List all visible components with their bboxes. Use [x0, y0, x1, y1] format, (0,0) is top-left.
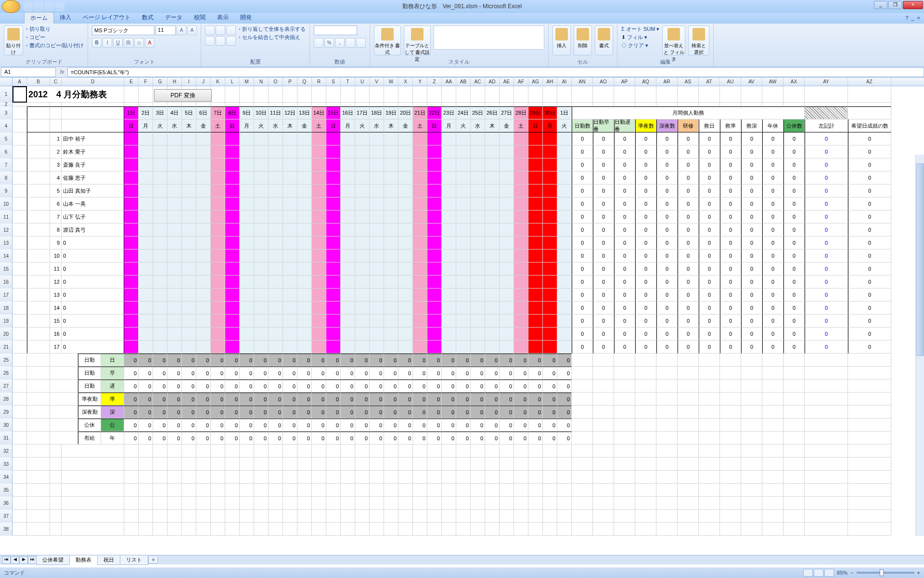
cell[interactable] [225, 197, 240, 210]
cell[interactable] [805, 484, 848, 497]
cell[interactable] [720, 510, 741, 523]
cell[interactable] [355, 497, 370, 510]
cell[interactable] [762, 86, 783, 103]
font-color-button[interactable]: A [145, 38, 154, 48]
merge-center-button[interactable]: セルを結合して中央揃え [239, 34, 306, 41]
cell[interactable] [635, 510, 656, 523]
cell[interactable] [442, 171, 456, 184]
cell[interactable] [370, 184, 384, 197]
cell[interactable] [442, 103, 456, 106]
cell[interactable] [283, 341, 297, 354]
cell[interactable] [62, 106, 124, 119]
cell[interactable] [514, 158, 528, 171]
cell[interactable] [572, 393, 593, 406]
cell[interactable] [384, 158, 398, 171]
undo-icon[interactable] [34, 2, 43, 12]
cell[interactable]: 0 [699, 250, 720, 263]
cell[interactable] [456, 497, 471, 510]
cell[interactable]: 0 [62, 250, 124, 263]
cell[interactable]: 7 [50, 210, 62, 223]
cell[interactable] [297, 484, 312, 497]
cell[interactable] [153, 132, 167, 145]
cell[interactable] [572, 380, 593, 393]
cell[interactable]: 0 [720, 223, 741, 236]
cell[interactable] [312, 276, 326, 289]
cell[interactable] [254, 276, 269, 289]
cell[interactable]: 0 [762, 132, 783, 145]
cell[interactable]: 0 [805, 263, 848, 276]
cell[interactable]: 0 [254, 354, 269, 367]
cell[interactable] [593, 445, 614, 458]
cell[interactable] [124, 510, 139, 523]
cell[interactable]: 0 [614, 250, 635, 263]
cell[interactable]: 0 [528, 419, 543, 432]
cell[interactable] [341, 458, 355, 471]
cell[interactable]: 0 [783, 236, 805, 250]
cell[interactable] [167, 302, 182, 315]
cell[interactable] [699, 484, 720, 497]
cell[interactable] [254, 145, 269, 158]
cell[interactable] [656, 419, 678, 432]
cell[interactable] [456, 171, 471, 184]
ribbon-tab[interactable]: ページ レイアウト [77, 12, 136, 24]
cell[interactable] [413, 86, 427, 103]
cell[interactable] [167, 223, 182, 236]
cell[interactable]: 0 [741, 263, 762, 276]
help-icon[interactable]: ? [905, 15, 908, 21]
cell[interactable]: 0 [413, 432, 427, 445]
cell[interactable]: 0 [699, 158, 720, 171]
cell[interactable] [124, 103, 139, 106]
cell[interactable] [182, 171, 196, 184]
cell[interactable] [27, 302, 50, 315]
cell[interactable]: 0 [593, 236, 614, 250]
cell[interactable]: 15日 [326, 106, 341, 119]
cell[interactable] [500, 171, 514, 184]
cell[interactable] [762, 380, 783, 393]
cell[interactable] [196, 289, 211, 302]
page-layout-view-icon[interactable] [814, 569, 823, 577]
cell[interactable] [398, 315, 413, 328]
cell[interactable]: 0 [427, 432, 442, 445]
cell[interactable] [485, 184, 500, 197]
cell[interactable] [762, 432, 783, 445]
cell[interactable]: 0 [783, 210, 805, 223]
cell[interactable]: 0 [720, 289, 741, 302]
cell[interactable]: 0 [370, 406, 384, 419]
cell[interactable]: 0 [225, 432, 240, 445]
cell[interactable] [139, 302, 153, 315]
cell[interactable] [326, 184, 341, 197]
cell[interactable] [741, 471, 762, 484]
cell[interactable] [167, 158, 182, 171]
cell[interactable]: 0 [741, 236, 762, 250]
cell[interactable] [471, 497, 485, 510]
cell[interactable]: 0 [848, 315, 891, 328]
cell[interactable]: 0 [614, 315, 635, 328]
cell[interactable]: 0 [139, 393, 153, 406]
cell[interactable]: 0 [297, 393, 312, 406]
cell[interactable] [254, 328, 269, 341]
cell[interactable] [370, 276, 384, 289]
cell[interactable] [182, 328, 196, 341]
cell[interactable] [471, 197, 485, 210]
cell[interactable] [370, 158, 384, 171]
cell[interactable] [240, 250, 254, 263]
cell[interactable]: 0 [656, 171, 678, 184]
cell[interactable] [384, 302, 398, 315]
cell[interactable] [557, 210, 572, 223]
cell[interactable] [471, 341, 485, 354]
cell[interactable] [413, 145, 427, 158]
cell[interactable] [355, 484, 370, 497]
cell[interactable] [240, 523, 254, 536]
cell[interactable] [783, 393, 805, 406]
cell[interactable] [370, 471, 384, 484]
cell[interactable] [27, 263, 50, 276]
cell[interactable]: 0 [312, 354, 326, 367]
cell[interactable] [326, 302, 341, 315]
cell[interactable] [741, 523, 762, 536]
format-as-table-button[interactable]: テーブルとして 書式設定 [404, 26, 431, 55]
cell[interactable] [678, 458, 699, 471]
cell[interactable] [196, 158, 211, 171]
cell[interactable]: 0 [341, 406, 355, 419]
cell[interactable] [355, 132, 370, 145]
cell[interactable] [312, 103, 326, 106]
